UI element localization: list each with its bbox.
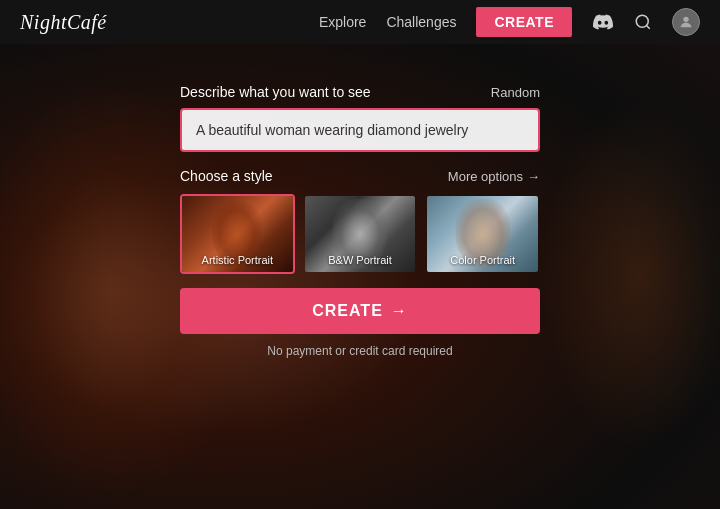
explore-nav-link[interactable]: Explore — [319, 14, 366, 30]
svg-point-2 — [683, 17, 688, 22]
create-button-arrow: → — [391, 302, 408, 320]
describe-row: Describe what you want to see Random — [180, 84, 540, 100]
prompt-input[interactable] — [180, 108, 540, 152]
nav-right: Explore Challenges CREATE — [319, 7, 700, 37]
random-link[interactable]: Random — [491, 85, 540, 100]
challenges-nav-link[interactable]: Challenges — [386, 14, 456, 30]
logo: NightCafé — [20, 11, 107, 34]
main-content: Describe what you want to see Random Cho… — [0, 44, 720, 358]
create-button-label: CREATE — [312, 302, 383, 320]
style-label: Choose a style — [180, 168, 273, 184]
style-card-bw[interactable]: B&W Portrait — [303, 194, 418, 274]
search-icon[interactable] — [634, 13, 652, 31]
style-card-artistic[interactable]: Artistic Portrait — [180, 194, 295, 274]
describe-label: Describe what you want to see — [180, 84, 371, 100]
style-row: Choose a style More options → — [180, 168, 540, 184]
avatar[interactable] — [672, 8, 700, 36]
create-nav-button[interactable]: CREATE — [476, 7, 572, 37]
style-card-color[interactable]: Color Portrait — [425, 194, 540, 274]
arrow-icon: → — [527, 169, 540, 184]
create-button[interactable]: CREATE → — [180, 288, 540, 334]
more-options-link[interactable]: More options → — [448, 169, 540, 184]
svg-line-1 — [646, 25, 649, 28]
svg-point-0 — [636, 15, 648, 27]
no-payment-text: No payment or credit card required — [180, 344, 540, 358]
discord-icon[interactable] — [592, 11, 614, 33]
style-card-artistic-label: Artistic Portrait — [182, 254, 293, 266]
style-options: Artistic Portrait B&W Portrait Color Por… — [180, 194, 540, 274]
style-card-bw-label: B&W Portrait — [305, 254, 416, 266]
navbar: NightCafé Explore Challenges CREATE — [0, 0, 720, 44]
style-card-color-label: Color Portrait — [427, 254, 538, 266]
form-card: Describe what you want to see Random Cho… — [180, 84, 540, 358]
